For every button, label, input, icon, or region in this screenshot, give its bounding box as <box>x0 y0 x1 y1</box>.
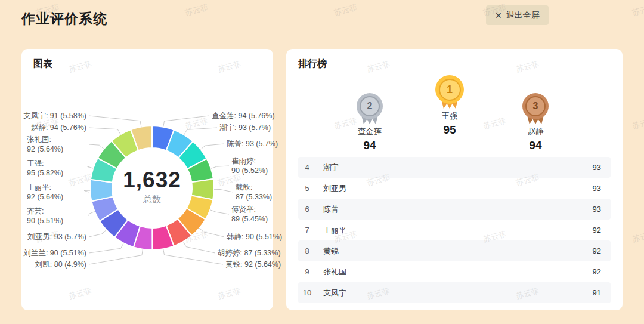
pie-label: 刘兰兰: 90 (5.51%) <box>23 248 86 258</box>
pie-leader-line <box>88 166 94 168</box>
pie-leader-line <box>163 116 209 127</box>
app-root: 苏云菲苏云菲苏云菲苏云菲苏云菲苏云菲苏云菲苏云菲苏云菲苏云菲苏云菲苏云菲苏云菲苏… <box>0 0 644 324</box>
pie-label: 王丽平:92 (5.64%) <box>27 183 63 202</box>
gold-medal-icon: 1 <box>435 75 464 104</box>
rank-row: 9张礼国92 <box>298 261 611 282</box>
rank-number: 5 <box>298 184 316 193</box>
pie-leader-line <box>89 230 106 237</box>
exit-fullscreen-button[interactable]: ✕ 退出全屏 <box>486 5 549 25</box>
pie-label: 崔雨婷:90 (5.52%) <box>231 156 268 175</box>
rank-name: 黄锐 <box>323 246 593 257</box>
medal-rank: 1 <box>439 79 461 101</box>
podium-gold: 1王强95 <box>414 75 485 137</box>
pie-leader-line <box>199 228 224 237</box>
watermark-text: 苏云菲 <box>184 2 209 18</box>
rank-row: 5刘亚男93 <box>298 178 611 199</box>
rank-score: 91 <box>593 288 601 297</box>
pie-leader-line <box>89 243 123 253</box>
pie-leader-line <box>163 249 223 264</box>
watermark-text: 苏云菲 <box>631 229 644 245</box>
pie-label: 傅贤举:89 (5.45%) <box>231 205 268 224</box>
pie-leader-line <box>84 190 90 192</box>
rank-score: 92 <box>593 267 601 276</box>
pie-label: 韩静: 90 (5.51%) <box>227 232 282 242</box>
pie-label: 刘亚男: 93 (5.7%) <box>27 232 86 242</box>
pie-label: 潮宇: 93 (5.7%) <box>219 123 271 132</box>
rank-row: 6陈菁93 <box>298 199 611 220</box>
pie-leader-line <box>89 212 95 217</box>
rank-row: 8黄锐92 <box>298 240 611 261</box>
rank-score: 93 <box>593 184 601 193</box>
rank-name: 支凤宁 <box>323 288 593 298</box>
pie-label: 黄锐: 92 (5.64%) <box>225 260 281 269</box>
rank-name: 陈菁 <box>323 204 593 215</box>
podium-score: 94 <box>529 139 541 152</box>
pie-label: 赵静: 94 (5.76%) <box>31 123 86 132</box>
pie-leader-line <box>200 144 224 149</box>
leaderboard-title: 排行榜 <box>298 58 327 70</box>
podium-score: 94 <box>363 139 376 152</box>
donut-chart[interactable] <box>21 49 273 310</box>
bronze-medal-icon: 3 <box>522 93 549 119</box>
rank-row: 10支凤宁91 <box>298 282 611 303</box>
pie-leader-line <box>89 128 120 134</box>
rank-number: 9 <box>298 267 316 276</box>
rank-row: 7王丽平92 <box>298 220 611 240</box>
pie-leader-line <box>214 189 233 192</box>
rank-name: 刘亚男 <box>323 183 593 194</box>
podium-name: 赵静 <box>528 126 544 137</box>
pie-label: 王强:95 (5.82%) <box>27 159 63 178</box>
podium-silver: 2查金莲94 <box>334 93 405 152</box>
podium-score: 95 <box>443 124 456 137</box>
pie-label: 戴歆:87 (5.33%) <box>236 183 272 202</box>
podium-bronze: 3赵静94 <box>500 93 571 152</box>
pie-label: 胡婷婷: 87 (5.33%) <box>218 248 281 258</box>
exit-fullscreen-label: 退出全屏 <box>506 10 540 21</box>
watermark-text: 苏云菲 <box>333 2 358 18</box>
pie-label: 查金莲: 94 (5.76%) <box>212 111 275 121</box>
pie-leader-line <box>89 116 141 127</box>
pie-leader-line <box>210 210 229 214</box>
rank-name: 张礼国 <box>323 267 593 277</box>
leaderboard-panel: 排行榜 2查金莲941王强953赵静94 4潮宇935刘亚男936陈菁937王丽… <box>286 49 623 310</box>
rank-name: 潮宇 <box>323 162 593 173</box>
pie-leader-line <box>184 128 217 135</box>
rank-name: 王丽平 <box>323 225 593 236</box>
rank-number: 7 <box>298 226 316 234</box>
rank-number: 6 <box>298 205 316 214</box>
rank-score: 93 <box>593 163 601 172</box>
silver-medal-icon: 2 <box>357 93 383 119</box>
watermark-text: 苏云菲 <box>631 115 644 131</box>
chart-panel: 图表 查金莲: 94 (5.76%)潮宇: 93 (5.7%)陈菁: 93 (5… <box>21 49 273 310</box>
podium-name: 王强 <box>442 111 458 122</box>
pie-label: 陈菁: 93 (5.7%) <box>227 139 278 149</box>
pie-label: 支凤宁: 91 (5.58%) <box>23 111 86 121</box>
page-title: 作业评价系统 <box>21 10 107 28</box>
pie-leader-line <box>211 166 229 168</box>
rank-number: 8 <box>298 246 316 255</box>
pie-leader-line <box>183 242 215 253</box>
watermark-text: 苏云菲 <box>631 2 644 18</box>
pie-leader-line <box>89 144 104 149</box>
rank-score: 92 <box>593 226 601 234</box>
medal-rank: 2 <box>360 96 380 116</box>
pie-label: 齐芸:90 (5.51%) <box>27 206 63 226</box>
close-icon: ✕ <box>495 11 502 20</box>
rank-number: 10 <box>298 288 316 297</box>
pie-label: 张礼国:92 (5.64%) <box>27 135 63 154</box>
pie-label: 刘凯: 80 (4.9%) <box>35 260 86 269</box>
medal-rank: 3 <box>525 96 546 116</box>
podium-name: 查金莲 <box>358 126 382 137</box>
rank-score: 93 <box>593 205 601 214</box>
rank-row: 4潮宇93 <box>298 157 611 178</box>
rank-number: 4 <box>298 163 316 172</box>
rank-score: 92 <box>593 246 601 255</box>
